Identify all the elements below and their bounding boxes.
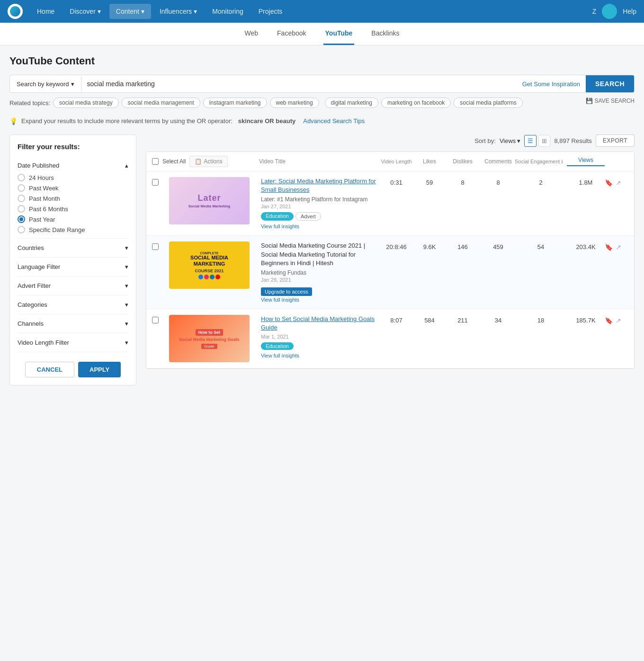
categories-chevron-icon — [125, 301, 128, 308]
cell-social-2: 18 — [515, 315, 567, 324]
sub-navigation: Web Facebook YouTube Backlinks — [0, 23, 644, 45]
language-label: Language Filter — [18, 263, 60, 270]
topic-tag-0[interactable]: social media strategy — [53, 98, 119, 108]
row-checkbox-2[interactable] — [152, 317, 159, 323]
video-length-label: Video Length Filter — [18, 339, 69, 346]
topic-tag-1[interactable]: social media management — [122, 98, 200, 108]
subnav-backlinks[interactable]: Backlinks — [369, 23, 401, 45]
th-social-engagement: Social Engagement ℹ — [515, 159, 567, 164]
share-icon-2[interactable]: ↗ — [616, 317, 621, 324]
hint-bar: 💡 Expand your results to include more re… — [9, 116, 635, 127]
subnav-web[interactable]: Web — [243, 23, 260, 45]
nav-monitoring[interactable]: Monitoring — [206, 4, 250, 19]
advanced-search-tips-link[interactable]: Advanced Search Tips — [303, 117, 365, 125]
upgrade-badge-1[interactable]: Upgrade to access — [261, 287, 312, 296]
video-thumbnail-2: How to Set Social Media Marketing Goals … — [169, 315, 250, 362]
nav-projects[interactable]: Projects — [252, 4, 289, 19]
video-thumbnail-1: COMPLETE SOCIAL MEDIA MARKETING COURSE 2… — [169, 241, 250, 289]
search-input[interactable] — [81, 75, 517, 92]
search-type-selector[interactable]: Search by keyword — [10, 77, 81, 91]
bookmark-icon-1[interactable]: 🔖 — [605, 243, 613, 251]
video-title-0[interactable]: Later: Social Media Marketing Platform f… — [261, 177, 377, 194]
nav-content[interactable]: Content — [109, 4, 151, 19]
grid-view-icon[interactable]: ⊞ — [538, 135, 550, 147]
content-layout: Filter your results: Date Published 24 H… — [9, 134, 635, 385]
row-checkbox-1[interactable] — [152, 243, 159, 250]
language-filter-header[interactable]: Language Filter — [18, 262, 128, 271]
nav-discover[interactable]: Discover — [63, 4, 107, 19]
radio-past-month[interactable]: Past Month — [18, 195, 128, 202]
actions-button[interactable]: 📋 Actions — [189, 156, 227, 167]
video-title-2[interactable]: How to Set Social Media Marketing Goals … — [261, 315, 377, 332]
radio-circle-past-6-months — [18, 205, 25, 213]
advert-filter: Advert Filter — [18, 277, 128, 295]
table-row: Later Social Media Marketing Later: Soci… — [146, 171, 634, 236]
video-length-filter-header[interactable]: Video Length Filter — [18, 338, 128, 347]
row-checkbox-0[interactable] — [152, 179, 159, 186]
channels-filter-header[interactable]: Channels — [18, 319, 128, 328]
app-logo[interactable] — [8, 4, 23, 19]
radio-label-24hours: 24 Hours — [29, 174, 54, 181]
subnav-youtube[interactable]: YouTube — [323, 23, 355, 45]
share-icon-1[interactable]: ↗ — [616, 243, 621, 251]
search-button[interactable]: SEARCH — [586, 75, 634, 92]
countries-filter-header[interactable]: Countries — [18, 243, 128, 252]
date-published-header[interactable]: Date Published — [18, 161, 128, 170]
cell-likes-0: 59 — [415, 177, 444, 186]
video-tags-2: Education — [261, 342, 377, 350]
topic-tag-5[interactable]: marketing on facebook — [381, 98, 451, 108]
cell-comments-2: 34 — [482, 315, 515, 324]
categories-filter: Categories — [18, 295, 128, 314]
advert-filter-header[interactable]: Advert Filter — [18, 281, 128, 290]
tag-education-0: Education — [261, 212, 294, 221]
view-insights-0[interactable]: View full insights — [261, 223, 299, 229]
view-insights-1[interactable]: View full insights — [261, 297, 299, 303]
cell-dislikes-0: 8 — [444, 177, 482, 186]
categories-filter-header[interactable]: Categories — [18, 300, 128, 309]
top-navigation: Home Discover Content Influencers Monito… — [0, 0, 644, 23]
radio-past-week[interactable]: Past Week — [18, 184, 128, 192]
cell-likes-1: 9.6K — [415, 241, 444, 250]
radio-label-past-month: Past Month — [29, 195, 60, 202]
results-table: Select All 📋 Actions Video Title Video L… — [146, 152, 635, 369]
video-title-1[interactable]: Social Media Marketing Course 2021 | Soc… — [261, 241, 377, 268]
export-button[interactable]: EXPORT — [596, 134, 635, 147]
view-insights-2[interactable]: View full insights — [261, 353, 299, 358]
topic-tag-6[interactable]: social media platforms — [454, 98, 522, 108]
content-dropdown-icon — [141, 8, 144, 15]
topic-tag-3[interactable]: web marketing — [270, 98, 319, 108]
nav-influencers[interactable]: Influencers — [153, 4, 204, 19]
th-social-label: Social Engagement — [515, 159, 560, 164]
radio-label-past-6-months: Past 6 Months — [29, 205, 68, 213]
save-search-button[interactable]: 💾 SAVE SEARCH — [586, 98, 635, 104]
cell-actions-0: 🔖 ↗ — [605, 177, 628, 187]
help-link[interactable]: Help — [623, 8, 636, 15]
user-avatar[interactable] — [602, 4, 617, 19]
th-views[interactable]: Views — [567, 157, 605, 166]
th-video-title: Video Title — [259, 158, 377, 165]
sort-views-button[interactable]: Views — [500, 137, 520, 144]
video-info-1: Social Media Marketing Course 2021 | Soc… — [259, 241, 377, 303]
bookmark-icon-0[interactable]: 🔖 — [605, 179, 613, 187]
bookmark-icon-2[interactable]: 🔖 — [605, 317, 613, 324]
select-all-checkbox[interactable] — [152, 158, 159, 165]
th-likes: Likes — [415, 158, 444, 165]
radio-specific-date[interactable]: Specific Date Range — [18, 226, 128, 233]
cancel-button[interactable]: CANCEL — [25, 362, 74, 377]
radio-past-year[interactable]: Past Year — [18, 215, 128, 223]
topic-tag-4[interactable]: digital marketing — [325, 98, 378, 108]
channels-label: Channels — [18, 320, 44, 327]
apply-button[interactable]: APPLY — [78, 362, 121, 377]
date-radio-group: 24 Hours Past Week Past Month Past — [18, 174, 128, 233]
radio-24hours[interactable]: 24 Hours — [18, 174, 128, 181]
discover-dropdown-icon — [98, 8, 101, 15]
radio-past-6-months[interactable]: Past 6 Months — [18, 205, 128, 213]
advert-label: Advert Filter — [18, 282, 51, 289]
topic-tag-2[interactable]: instagram marketing — [203, 98, 267, 108]
subnav-facebook[interactable]: Facebook — [275, 23, 308, 45]
nav-home[interactable]: Home — [30, 4, 61, 19]
cell-length-1: 20:8:46 — [377, 241, 415, 250]
share-icon-0[interactable]: ↗ — [616, 179, 621, 187]
list-view-icon[interactable]: ☰ — [524, 135, 537, 147]
get-inspiration-link[interactable]: Get Some Inspiration — [517, 80, 586, 88]
